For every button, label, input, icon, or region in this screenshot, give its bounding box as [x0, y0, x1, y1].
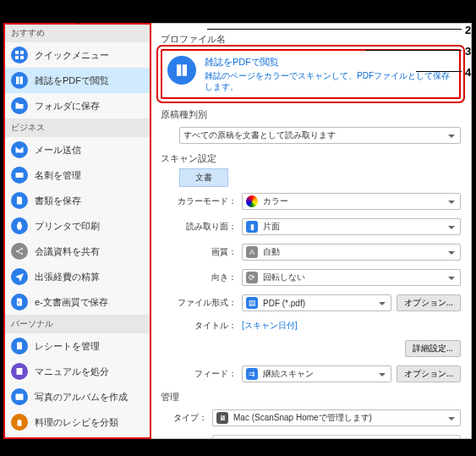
svg-point-8 — [21, 253, 23, 255]
sidebar-item[interactable]: フォルダに保存 — [4, 93, 150, 118]
sidebar-item[interactable]: 雑誌をPDFで閲覧 — [4, 68, 150, 93]
sidebar-item[interactable]: レシートを管理 — [4, 333, 150, 359]
monitor-icon: 🖥 — [216, 412, 228, 424]
tag-input[interactable] — [212, 435, 461, 438]
feed-icon: ⇉ — [246, 368, 258, 380]
pdf-icon: ▤ — [246, 297, 258, 309]
quality-label: 画質： — [161, 246, 237, 258]
sidebar-category-business: ビジネス — [4, 118, 150, 137]
svg-rect-3 — [20, 56, 24, 59]
sidebar-item-label: フォルダに保存 — [35, 100, 100, 113]
sidebar-item[interactable]: ee-文書画質で保存 — [4, 289, 150, 315]
callout-2: 2 — [465, 24, 471, 36]
sidebar-item[interactable]: メール送信 — [4, 137, 150, 162]
rotate-icon: ⟳ — [246, 272, 258, 283]
sidebar-category-personal: パーソナル — [4, 315, 150, 333]
color-mode-label: カラーモード： — [161, 195, 237, 207]
svg-point-6 — [16, 250, 18, 252]
sidebar-item[interactable]: はがきや年賀状の整理 — [4, 435, 150, 438]
sidebar-item[interactable]: マニュアルを処分 — [4, 359, 150, 384]
section-scan-settings: スキャン設定 — [161, 153, 461, 165]
sidebar-item[interactable]: 会議資料を共有 — [4, 239, 150, 264]
sidebar-item[interactable]: 出張経費の精算 — [4, 264, 150, 289]
scan-tab-document[interactable]: 文書 — [179, 168, 228, 187]
scan-side-value: 片面 — [263, 221, 280, 233]
sidebar-item[interactable]: 写真のアルバムを作成 — [4, 384, 150, 409]
quality-value: 自動 — [263, 246, 280, 258]
section-profile-name: プロファイル名 — [161, 34, 461, 46]
grid-icon — [11, 47, 28, 63]
file-format-select[interactable]: ▤PDF (*.pdf) — [242, 294, 391, 311]
doctype-value: すべての原稿を文書として読み取ります — [183, 129, 336, 141]
sidebar-item-label: 雑誌をPDFで閲覧 — [35, 74, 109, 87]
scan-side-label: 読み取り面： — [161, 221, 237, 233]
svg-rect-1 — [20, 51, 24, 54]
feed-value: 継続スキャン — [263, 368, 314, 380]
file-format-value: PDF (*.pdf) — [263, 299, 305, 308]
type-select[interactable]: 🖥Mac (ScanSnap Homeで管理します) — [212, 409, 461, 426]
sidebar-item-label: 出張経費の精算 — [35, 271, 100, 283]
recipe-icon — [11, 414, 28, 431]
profile-text: 雑誌をPDFで閲覧 雑誌のページをカラーでスキャンして、PDFファイルとして保存… — [205, 56, 454, 92]
sidebar-category-recommended: おすすめ — [4, 24, 150, 42]
profile-card[interactable]: 雑誌をPDFで閲覧 雑誌のページをカラーでスキャンして、PDFファイルとして保存… — [161, 49, 461, 99]
feed-label: フィード： — [161, 368, 237, 380]
sidebar-item-label: 会議資料を共有 — [35, 245, 100, 258]
receipt-icon — [11, 338, 28, 354]
app-window: おすすめ クイックメニュー雑誌をPDFで閲覧フォルダに保存 ビジネス メール送信… — [3, 23, 472, 439]
title-value-link[interactable]: [スキャン日付] — [242, 320, 298, 332]
color-mode-select[interactable]: カラー — [242, 193, 461, 210]
svg-point-11 — [18, 396, 19, 398]
doctype-select[interactable]: すべての原稿を文書として読み取ります — [179, 127, 461, 144]
sidebar-item-label: マニュアルを処分 — [35, 365, 109, 378]
orientation-label: 向き： — [161, 272, 237, 283]
callout-3: 3 — [465, 45, 471, 58]
feed-options-button[interactable]: オプション... — [397, 365, 461, 382]
card-icon — [11, 167, 28, 184]
page-icon: ▮ — [246, 221, 258, 233]
sidebar: おすすめ クイックメニュー雑誌をPDFで閲覧フォルダに保存 ビジネス メール送信… — [4, 24, 150, 438]
sidebar-item[interactable]: 料理のレシピを分類 — [4, 409, 150, 435]
detail-pane: プロファイル名 雑誌をPDFで閲覧 雑誌のページをカラーでスキャンして、PDFフ… — [150, 24, 471, 438]
orientation-select[interactable]: ⟳回転しない — [242, 269, 461, 286]
sidebar-item-label: 料理のレシピを分類 — [35, 416, 118, 429]
sidebar-item-label: 名刺を管理 — [35, 169, 81, 182]
type-label: タイプ： — [161, 412, 207, 424]
callout-1: 1 — [465, 0, 471, 13]
book-icon — [11, 72, 28, 89]
manual-icon — [11, 363, 28, 380]
scan-side-select[interactable]: ▮片面 — [242, 218, 461, 235]
section-doctype: 原稿種判別 — [161, 109, 461, 121]
mail-icon — [11, 141, 28, 158]
sidebar-item-label: レシートを管理 — [35, 340, 100, 353]
svg-rect-0 — [15, 51, 19, 54]
sidebar-item-label: クイックメニュー — [35, 49, 109, 62]
quality-select[interactable]: A自動 — [242, 244, 461, 261]
sidebar-item[interactable]: クイックメニュー — [4, 42, 150, 68]
print-icon — [11, 217, 28, 234]
sidebar-item-label: 書類を保存 — [35, 195, 81, 207]
file-format-options-button[interactable]: オプション... — [397, 294, 461, 311]
auto-icon: A — [246, 246, 258, 258]
file-format-label: ファイル形式： — [161, 297, 237, 309]
title-label: タイトル： — [161, 320, 237, 332]
sidebar-item[interactable]: プリンタで印刷 — [4, 213, 150, 239]
sidebar-item-label: 写真のアルバムを作成 — [35, 391, 128, 404]
profile-description: 雑誌のページをカラーでスキャンして、PDFファイルとして保存します。 — [205, 70, 454, 92]
sidebar-item-label: プリンタで印刷 — [35, 220, 100, 233]
feed-select[interactable]: ⇉継続スキャン — [242, 365, 391, 382]
callout-4: 4 — [465, 66, 471, 79]
detail-settings-button[interactable]: 詳細設定... — [405, 340, 461, 357]
plane-icon — [11, 268, 28, 285]
sidebar-item[interactable]: 書類を保存 — [4, 188, 150, 213]
sidebar-item[interactable]: 名刺を管理 — [4, 162, 150, 188]
photo-icon — [11, 388, 28, 405]
color-wheel-icon — [246, 195, 258, 207]
section-manage: 管理 — [161, 392, 461, 404]
folder-icon — [11, 97, 28, 114]
sidebar-item-label: メール送信 — [35, 144, 81, 157]
type-value: Mac (ScanSnap Homeで管理します) — [233, 412, 372, 424]
doc-icon — [11, 192, 28, 209]
sidebar-item-label: e-文書画質で保存 — [35, 296, 108, 309]
svg-rect-2 — [15, 56, 19, 59]
